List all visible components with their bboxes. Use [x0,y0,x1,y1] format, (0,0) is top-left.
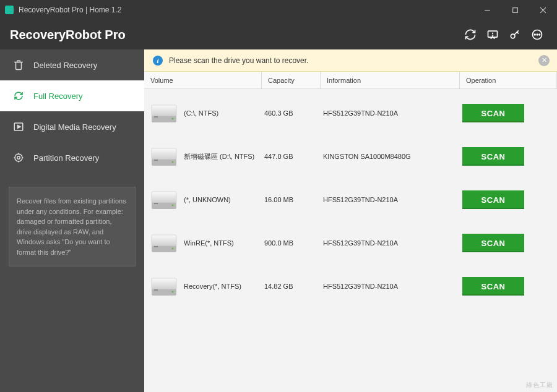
more-icon[interactable] [527,25,547,45]
sidebar-help-text: Recover files from existing partitions u… [9,187,136,266]
sidebar-item-digital-media-recovery[interactable]: Digital Media Recovery [0,111,144,142]
svg-point-8 [534,34,535,35]
drive-icon [150,146,178,167]
sidebar-item-label: Full Recovery [33,92,82,101]
cell-capacity: 447.0 GB [264,153,323,160]
drive-icon [150,189,178,210]
svg-point-6 [511,34,515,38]
svg-rect-28 [154,246,158,247]
close-button[interactable] [529,0,557,20]
sidebar-item-label: Deleted Recovery [33,61,97,70]
table-row: Recovery(*, NTFS)14.82 GBHFS512G39TND-N2… [144,265,557,308]
svg-point-21 [172,161,174,163]
svg-rect-19 [152,148,176,160]
svg-rect-32 [154,289,158,291]
cell-information: HFS512G39TND-N210A [323,283,462,290]
svg-point-5 [493,35,493,36]
sidebar: Deleted Recovery Full Recovery Digital M… [0,49,144,392]
key-icon[interactable] [505,25,525,45]
trash-icon [12,59,25,71]
sidebar-item-label: Partition Recovery [33,153,99,163]
sidebar-item-full-recovery[interactable]: Full Recovery [0,80,144,111]
watermark: 綠色工廠 [526,381,553,390]
cell-capacity: 460.3 GB [264,109,323,117]
drive-icon [150,232,178,254]
maximize-button[interactable] [501,0,529,20]
svg-point-17 [172,118,174,120]
cell-volume: Recovery(*, NTFS) [184,283,264,290]
drive-icon [150,276,178,297]
cell-information: KINGSTON SA1000M8480G [323,153,462,160]
refresh-icon[interactable] [460,25,480,45]
sidebar-item-label: Digital Media Recovery [33,122,116,132]
scan-button[interactable]: SCAN [462,277,524,296]
svg-point-29 [172,248,174,250]
app-header: RecoveryRobot Pro [0,20,557,49]
cell-volume: (C:\, NTFS) [184,109,264,117]
table-row: (C:\, NTFS)460.3 GBHFS512G39TND-N210ASCA… [144,92,557,135]
info-icon: i [153,56,163,66]
col-header-capacity: Capacity [262,72,321,88]
col-header-information: Information [321,72,460,88]
feedback-icon[interactable] [483,25,503,45]
play-icon [12,121,25,133]
cell-volume: 新增磁碟區 (D:\, NTFS) [184,152,264,161]
drive-icon [150,103,178,124]
svg-rect-27 [152,235,176,246]
svg-rect-23 [152,192,176,203]
svg-rect-20 [154,160,158,161]
sidebar-item-partition-recovery[interactable]: Partition Recovery [0,142,144,173]
table-header: Volume Capacity Information Operation [144,72,557,89]
svg-rect-16 [154,116,158,117]
svg-point-12 [15,154,22,161]
notice-bar: i Please scan the drive you want to reco… [144,49,557,72]
scan-button[interactable]: SCAN [462,147,524,166]
svg-rect-31 [152,278,176,289]
svg-point-13 [17,156,20,160]
table-row: WinRE(*, NTFS)900.0 MBHFS512G39TND-N210A… [144,221,557,265]
cell-information: HFS512G39TND-N210A [323,196,462,203]
scan-button[interactable]: SCAN [462,190,524,209]
svg-point-25 [172,205,174,207]
minimize-button[interactable] [473,0,501,20]
svg-point-33 [172,291,174,293]
notice-close-button[interactable]: ✕ [538,55,550,66]
table-row: 新增磁碟區 (D:\, NTFS)447.0 GBKINGSTON SA1000… [144,135,557,178]
cell-capacity: 16.00 MB [264,196,323,203]
loop-icon [12,90,25,102]
svg-point-9 [537,34,538,35]
window-title: RecoveryRobot Pro | Home 1.2 [19,6,122,14]
cell-volume: (*, UNKNOWN) [184,196,264,203]
svg-rect-1 [513,7,518,12]
cell-capacity: 14.82 GB [264,283,323,290]
content-area: i Please scan the drive you want to reco… [144,49,557,392]
cell-information: HFS512G39TND-N210A [323,239,462,247]
svg-rect-15 [152,105,176,116]
scan-button[interactable]: SCAN [462,234,524,252]
table-row: (*, UNKNOWN)16.00 MBHFS512G39TND-N210ASC… [144,178,557,221]
col-header-operation: Operation [460,72,557,88]
app-logo-icon [5,6,14,14]
cell-capacity: 900.0 MB [264,239,323,247]
scan-button[interactable]: SCAN [462,104,524,122]
svg-point-10 [539,34,540,35]
app-title: RecoveryRobot Pro [10,28,126,42]
sidebar-item-deleted-recovery[interactable]: Deleted Recovery [0,49,144,80]
titlebar: RecoveryRobot Pro | Home 1.2 [0,0,557,20]
col-header-volume: Volume [144,72,262,88]
cell-information: HFS512G39TND-N210A [323,109,462,117]
target-icon [12,151,25,164]
notice-text: Please scan the drive you want to recove… [169,56,308,65]
svg-rect-24 [154,203,158,204]
cell-volume: WinRE(*, NTFS) [184,239,264,247]
